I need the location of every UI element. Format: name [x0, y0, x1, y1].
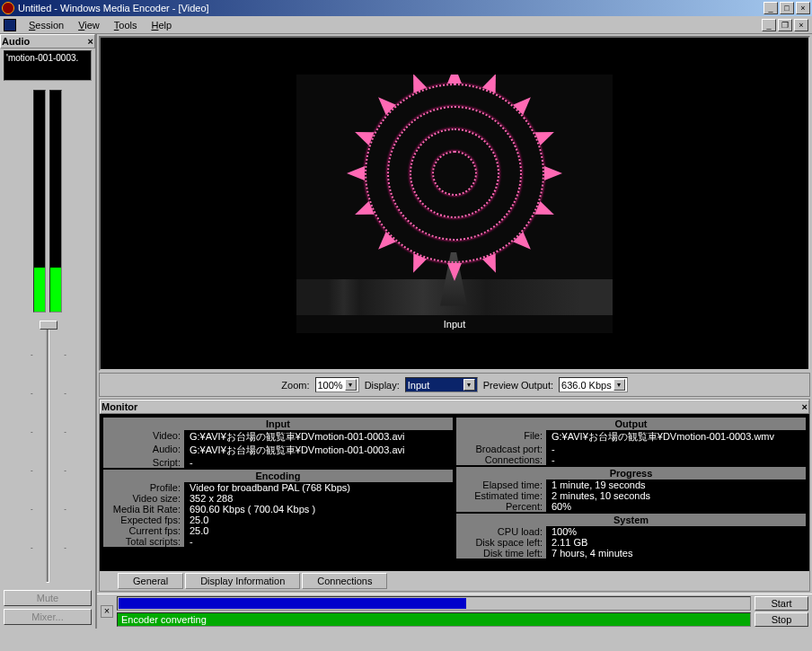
status-text: Encoder converting [117, 612, 751, 627]
titlebar[interactable]: Untitled - Windows Media Encoder - [Vide… [0, 0, 812, 16]
maximize-button[interactable]: □ [780, 2, 794, 14]
bottom-bar: × Encoder converting Start Stop [97, 594, 812, 629]
input-video: G:¥AVI¥お台場の観覧車¥DVmotion-001-0003.avi [184, 430, 453, 444]
menubar: Session View Tools Help _ ❐ × [0, 16, 812, 34]
monitor-tabs: General Display Information Connections [100, 571, 809, 591]
audio-panel-header: Audio × [0, 34, 95, 48]
start-button[interactable]: Start [755, 596, 808, 611]
app-icon [2, 2, 14, 14]
monitor-close-icon[interactable]: × [802, 401, 808, 412]
input-audio: G:¥AVI¥お台場の観覧車¥DVmotion-001-0003.avi [184, 444, 453, 457]
tab-display-info[interactable]: Display Information [185, 573, 300, 589]
monitor-panel: Monitor× Input Video:G:¥AVI¥お台場の観覧車¥DVmo… [99, 399, 810, 592]
display-select[interactable]: Input▾ [405, 377, 478, 392]
zoom-label: Zoom: [281, 380, 309, 391]
meter-right [49, 90, 62, 312]
chevron-down-icon[interactable]: ▾ [345, 379, 357, 391]
output-file: G:¥AVI¥お台場の観覧車¥DVmotion-001-0003.wmv [546, 430, 806, 444]
mute-button[interactable]: Mute [4, 590, 92, 606]
menu-session[interactable]: Session [22, 20, 71, 31]
zoom-toolbar: Zoom: 100%▾ Display: Input▾ Preview Outp… [99, 373, 810, 397]
menu-help[interactable]: Help [144, 20, 179, 31]
input-header: Input [103, 418, 453, 430]
progress-percent: 60% [546, 501, 806, 512]
video-overlay-label: Input [296, 319, 613, 330]
encoding-header: Encoding [103, 470, 453, 482]
progress-header: Progress [456, 467, 806, 479]
video-preview: Input [99, 36, 810, 371]
mixer-button[interactable]: Mixer... [4, 609, 92, 625]
close-button[interactable]: × [796, 2, 810, 14]
encoding-profile: Video for broadband PAL (768 Kbps) [184, 482, 453, 493]
video-frame: Input [296, 75, 613, 333]
stop-button[interactable]: Stop [755, 612, 808, 627]
mdi-icon[interactable] [4, 19, 16, 31]
mdi-minimize[interactable]: _ [762, 19, 776, 31]
audio-title: Audio [2, 36, 30, 47]
meter-left [33, 90, 46, 312]
chevron-down-icon[interactable]: ▾ [613, 379, 625, 391]
audio-source[interactable]: 'motion-001-0003. [4, 50, 92, 81]
progress-bar [117, 596, 751, 611]
preview-select[interactable]: 636.0 Kbps▾ [559, 377, 628, 392]
zoom-select[interactable]: 100%▾ [315, 377, 359, 392]
window-title: Untitled - Windows Media Encoder - [Vide… [18, 3, 763, 13]
menu-tools[interactable]: Tools [107, 20, 145, 31]
menu-view[interactable]: View [71, 20, 107, 31]
chevron-down-icon[interactable]: ▾ [463, 379, 475, 391]
monitor-title: Monitor [102, 401, 137, 412]
status-close-icon[interactable]: × [101, 605, 113, 618]
audio-meters [4, 84, 92, 318]
tab-general[interactable]: General [118, 573, 183, 589]
mdi-restore[interactable]: ❐ [778, 19, 792, 31]
mdi-close[interactable]: × [794, 19, 808, 31]
audio-panel: Audio × 'motion-001-0003. -- -- -- -- --… [0, 34, 97, 629]
minimize-button[interactable]: _ [763, 2, 778, 14]
tab-connections[interactable]: Connections [302, 573, 387, 589]
audio-close-icon[interactable]: × [88, 36, 93, 47]
slider-thumb[interactable] [40, 321, 57, 330]
output-header: Output [456, 418, 806, 430]
volume-slider[interactable]: -- -- -- -- -- -- [0, 320, 95, 586]
preview-label: Preview Output: [483, 380, 553, 391]
system-header: System [456, 514, 806, 526]
display-label: Display: [365, 380, 400, 391]
